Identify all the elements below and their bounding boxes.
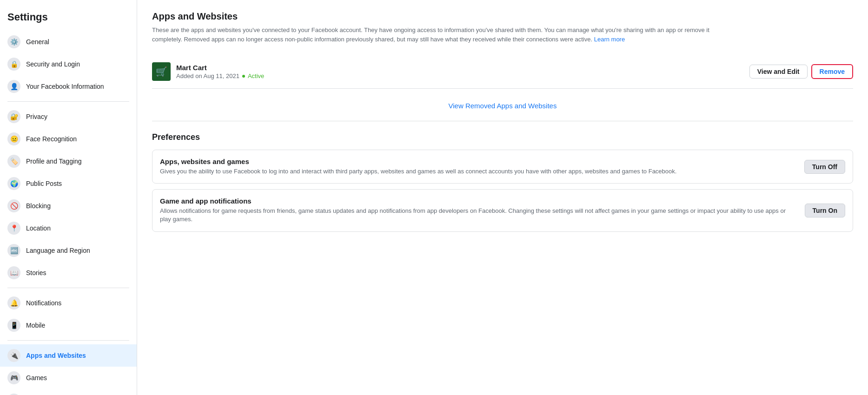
preference-info: Apps, websites and games Gives you the a… — [160, 158, 797, 176]
app-status: Active — [248, 72, 264, 79]
page-description: These are the apps and websites you've c… — [152, 26, 710, 44]
apps-icon: 🔌 — [7, 349, 20, 362]
app-added-text: Added on Aug 11, 2021 — [176, 72, 239, 79]
app-meta: Added on Aug 11, 2021 Active — [176, 72, 749, 79]
sidebar-item-label: Your Facebook Information — [26, 83, 104, 90]
sidebar-item-notifications[interactable]: 🔔 Notifications — [0, 292, 137, 314]
globe-icon: 🌍 — [7, 177, 20, 190]
app-actions: View and Edit Remove — [749, 64, 853, 79]
lock-icon: 🔒 — [7, 58, 20, 71]
person-icon: 👤 — [7, 80, 20, 93]
sidebar-item-label: Blocking — [26, 202, 51, 210]
preference-card-apps-websites-games: Apps, websites and games Gives you the a… — [152, 150, 853, 184]
view-removed-link-container: View Removed Apps and Websites — [152, 91, 853, 121]
location-icon: 📍 — [7, 222, 20, 235]
block-icon: 🚫 — [7, 199, 20, 212]
sidebar-item-label: Stories — [26, 269, 46, 276]
remove-button[interactable]: Remove — [811, 64, 853, 79]
sidebar-item-general[interactable]: ⚙️ General — [0, 31, 137, 53]
sidebar-divider — [7, 340, 129, 341]
privacy-icon: 🔐 — [7, 110, 20, 123]
sidebar-item-blocking[interactable]: 🚫 Blocking — [0, 195, 137, 217]
sidebar-item-business-integrations[interactable]: 💼 Business Integrations — [0, 389, 137, 395]
app-card: 🛒 Mart Cart Added on Aug 11, 2021 Active… — [152, 55, 853, 89]
sidebar-item-games[interactable]: 🎮 Games — [0, 367, 137, 389]
tag-icon: 🏷️ — [7, 155, 20, 168]
sidebar-item-facebook-info[interactable]: 👤 Your Facebook Information — [0, 75, 137, 98]
svg-text:🛒: 🛒 — [156, 66, 167, 77]
stories-icon: 📖 — [7, 266, 20, 279]
preference-description: Allows notifications for game requests f… — [160, 207, 797, 224]
sidebar-item-label: Profile and Tagging — [26, 158, 82, 165]
face-icon: 😐 — [7, 132, 20, 145]
sidebar-item-label: Notifications — [26, 299, 61, 307]
status-dot — [242, 75, 245, 78]
app-info: Mart Cart Added on Aug 11, 2021 Active — [176, 64, 749, 79]
app-name: Mart Cart — [176, 64, 749, 72]
sidebar-item-apps-websites[interactable]: 🔌 Apps and Websites — [0, 344, 137, 367]
gear-icon: ⚙️ — [7, 35, 20, 48]
sidebar-item-label: General — [26, 38, 49, 46]
app-icon: 🛒 — [152, 62, 171, 81]
preference-name: Game and app notifications — [160, 197, 797, 205]
view-edit-button[interactable]: View and Edit — [749, 65, 808, 79]
sidebar-item-security-login[interactable]: 🔒 Security and Login — [0, 53, 137, 75]
sidebar-item-mobile[interactable]: 📱 Mobile — [0, 314, 137, 336]
preference-name: Apps, websites and games — [160, 158, 797, 165]
sidebar-item-label: Public Posts — [26, 180, 62, 187]
sidebar-item-face-recognition[interactable]: 😐 Face Recognition — [0, 128, 137, 150]
sidebar: Settings ⚙️ General 🔒 Security and Login… — [0, 0, 137, 395]
sidebar-item-profile-tagging[interactable]: 🏷️ Profile and Tagging — [0, 150, 137, 172]
sidebar-item-label: Apps and Websites — [26, 352, 86, 359]
preferences-title: Preferences — [152, 132, 853, 142]
language-icon: 🔤 — [7, 244, 20, 257]
sidebar-item-label: Games — [26, 374, 47, 382]
bell-icon: 🔔 — [7, 296, 20, 309]
sidebar-item-label: Privacy — [26, 113, 47, 120]
sidebar-item-language-region[interactable]: 🔤 Language and Region — [0, 239, 137, 262]
learn-more-link[interactable]: Learn more — [594, 36, 625, 43]
sidebar-item-stories[interactable]: 📖 Stories — [0, 262, 137, 284]
main-content: Apps and Websites These are the apps and… — [137, 0, 868, 395]
sidebar-item-label: Location — [26, 224, 51, 232]
sidebar-item-location[interactable]: 📍 Location — [0, 217, 137, 239]
mobile-icon: 📱 — [7, 319, 20, 332]
view-removed-apps-link[interactable]: View Removed Apps and Websites — [449, 102, 557, 110]
turn-on-button[interactable]: Turn On — [805, 204, 845, 217]
sidebar-item-privacy[interactable]: 🔐 Privacy — [0, 105, 137, 128]
preference-info: Game and app notifications Allows notifi… — [160, 197, 797, 224]
sidebar-divider — [7, 288, 129, 288]
sidebar-divider — [7, 101, 129, 102]
preference-card-game-notifications: Game and app notifications Allows notifi… — [152, 189, 853, 231]
page-title: Apps and Websites — [152, 11, 853, 22]
games-icon: 🎮 — [7, 371, 20, 384]
sidebar-item-label: Mobile — [26, 322, 45, 329]
turn-off-button[interactable]: Turn Off — [804, 160, 845, 174]
sidebar-item-public-posts[interactable]: 🌍 Public Posts — [0, 172, 137, 195]
sidebar-item-label: Face Recognition — [26, 135, 77, 143]
sidebar-item-label: Security and Login — [26, 60, 80, 68]
sidebar-item-label: Language and Region — [26, 247, 90, 254]
preference-description: Gives you the ability to use Facebook to… — [160, 167, 797, 176]
sidebar-title: Settings — [0, 7, 137, 31]
